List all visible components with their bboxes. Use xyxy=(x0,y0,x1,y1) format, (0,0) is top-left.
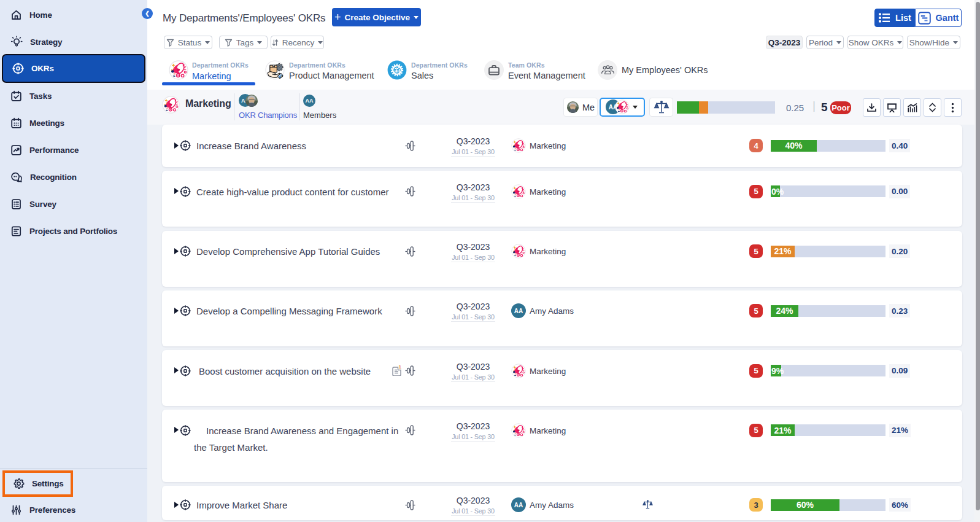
svg-text:1: 1 xyxy=(399,365,402,370)
